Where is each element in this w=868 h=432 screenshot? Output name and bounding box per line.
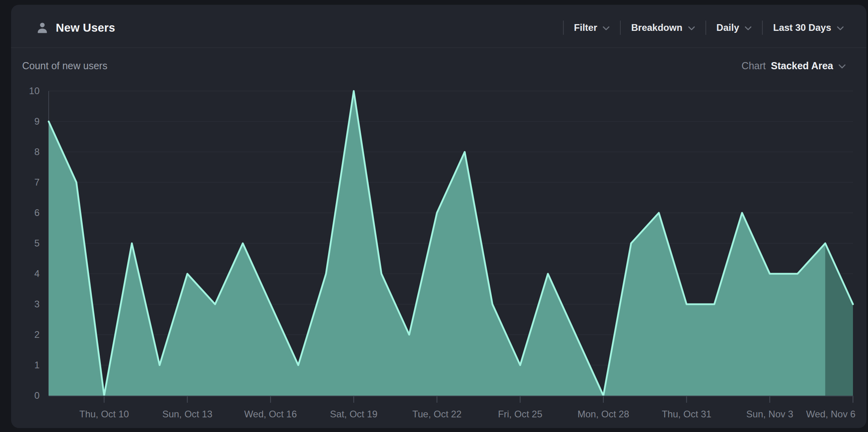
x-axis-label: Mon, Oct 28 xyxy=(578,409,629,420)
x-axis-label: Thu, Oct 31 xyxy=(662,409,711,420)
y-axis-label: 3 xyxy=(12,299,40,310)
x-axis-label: Sat, Oct 19 xyxy=(330,409,377,420)
y-axis-label: 0 xyxy=(12,390,40,401)
chart-plot-area[interactable] xyxy=(49,91,853,396)
x-axis-label: Wed, Oct 16 xyxy=(244,409,297,420)
x-axis-label: Thu, Oct 10 xyxy=(80,409,129,420)
y-axis-label: 5 xyxy=(12,238,40,249)
x-axis-label: Sun, Nov 3 xyxy=(746,409,793,420)
y-axis-label: 8 xyxy=(12,146,40,157)
x-axis-label: Fri, Oct 25 xyxy=(498,409,542,420)
x-axis-label: Tue, Oct 22 xyxy=(412,409,462,420)
y-axis-label: 2 xyxy=(12,329,40,340)
y-axis-label: 1 xyxy=(12,360,40,371)
y-axis-label: 7 xyxy=(12,177,40,188)
x-axis-label: Sun, Oct 13 xyxy=(162,409,212,420)
page: New Users FilterBreakdownDailyLast 30 Da… xyxy=(0,0,868,432)
y-axis-label: 9 xyxy=(12,116,40,127)
y-axis-label: 4 xyxy=(12,268,40,279)
y-axis-label: 10 xyxy=(12,85,40,97)
x-axis-label: Wed, Nov 6 xyxy=(806,409,856,420)
y-axis-label: 6 xyxy=(12,207,40,218)
